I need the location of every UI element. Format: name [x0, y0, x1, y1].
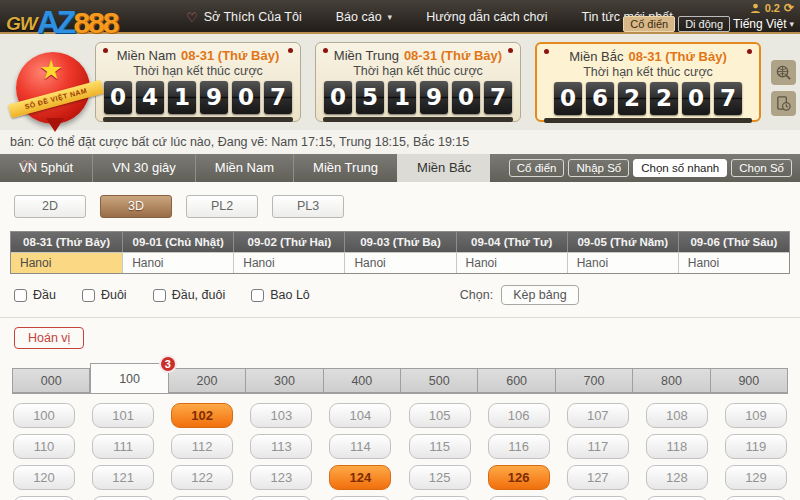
bet-type-button[interactable]: 2D — [14, 195, 86, 218]
number-cell[interactable]: 106 — [488, 403, 550, 428]
date-column-header[interactable]: 09-04 (Thứ Tư) — [456, 232, 567, 252]
history-document-icon[interactable] — [771, 91, 796, 116]
number-cell[interactable]: 111 — [92, 434, 154, 459]
date-column-header[interactable]: 08-31 (Thứ Bảy) — [11, 232, 122, 252]
number-cell[interactable]: 102 — [171, 403, 233, 428]
hundreds-tab[interactable]: 600 — [478, 368, 555, 393]
number-cell[interactable]: 120 — [13, 465, 75, 490]
number-cell[interactable]: 115 — [409, 434, 471, 459]
hundreds-tab[interactable]: 300 — [246, 368, 323, 393]
date-column-header[interactable]: 09-05 (Thứ Năm) — [567, 232, 678, 252]
city-cell[interactable]: Hanoi — [344, 252, 455, 273]
number-cell[interactable]: 134 — [329, 496, 391, 500]
hundreds-tab[interactable]: 400 — [324, 368, 401, 393]
bet-type-button[interactable]: PL3 — [272, 195, 344, 218]
number-cell[interactable]: 113 — [250, 434, 312, 459]
pick-mode-button[interactable]: Nhập Số — [568, 159, 629, 177]
number-cell[interactable]: 121 — [92, 465, 154, 490]
flip-digit: 6 — [586, 82, 614, 115]
logo-888: 888 — [73, 6, 117, 39]
number-cell[interactable]: 135 — [409, 496, 471, 500]
number-cell[interactable]: 109 — [725, 403, 787, 428]
flip-digit: 0 — [232, 81, 260, 114]
region-tab[interactable]: VN 30 giây — [92, 154, 195, 182]
filter-checkbox[interactable]: Đuôi — [82, 288, 127, 302]
number-cell[interactable]: 123 — [250, 465, 312, 490]
number-cell[interactable]: 114 — [329, 434, 391, 459]
pick-mode-button[interactable]: Chọn số nhanh — [633, 159, 727, 177]
filter-checkbox[interactable]: Đầu, đuôi — [153, 288, 226, 302]
filter-checkbox[interactable]: Bao Lô — [251, 288, 310, 302]
hundreds-tab[interactable]: 800 — [633, 368, 710, 393]
number-cell[interactable]: 119 — [725, 434, 787, 459]
hundreds-tab[interactable]: 500 — [401, 368, 478, 393]
region-tab[interactable]: Miền Trung — [293, 154, 397, 182]
number-cell[interactable]: 103 — [250, 403, 312, 428]
site-logo[interactable]: GWAZ888 — [6, 1, 117, 38]
city-cell[interactable]: Hanoi — [122, 252, 233, 273]
number-cell[interactable]: 126 — [488, 465, 550, 490]
number-cell[interactable]: 133 — [250, 496, 312, 500]
number-cell[interactable]: 110 — [13, 434, 75, 459]
logo-az: AZ — [37, 4, 74, 40]
view-button[interactable]: Cổ điển — [623, 16, 675, 32]
pick-mode-button[interactable]: Chọn Số — [731, 159, 792, 177]
number-cell[interactable]: 136 — [488, 496, 550, 500]
menu-item-1[interactable]: ♡Sở Thích Của Tôi — [186, 10, 302, 25]
city-cell[interactable]: Hanoi — [678, 252, 789, 273]
number-cell[interactable]: 129 — [725, 465, 787, 490]
refresh-icon[interactable]: ⟳ — [784, 1, 794, 15]
region-tab[interactable]: Miền Nam — [195, 154, 293, 182]
region-tab[interactable]: VN 5phút — [0, 154, 92, 182]
number-cell[interactable]: 101 — [92, 403, 154, 428]
number-cell[interactable]: 118 — [646, 434, 708, 459]
date-column-header[interactable]: 09-02 (Thứ Hai) — [233, 232, 344, 252]
number-cell[interactable]: 105 — [409, 403, 471, 428]
number-cell[interactable]: 128 — [646, 465, 708, 490]
number-cell[interactable]: 116 — [488, 434, 550, 459]
hundreds-tab[interactable]: 900 — [711, 368, 788, 393]
language-select[interactable]: Tiếng Việt▾ — [733, 17, 794, 31]
filter-checkbox[interactable]: Đầu — [14, 288, 56, 302]
city-cell[interactable]: Hanoi — [11, 252, 122, 273]
number-cell[interactable]: 104 — [329, 403, 391, 428]
number-cell[interactable]: 139 — [725, 496, 787, 500]
number-cell[interactable]: 100 — [13, 403, 75, 428]
number-cell[interactable]: 127 — [567, 465, 629, 490]
view-button[interactable]: Di động — [678, 16, 730, 32]
bet-type-button[interactable]: 3D — [100, 195, 172, 218]
date-column-header[interactable]: 09-03 (Thứ Ba) — [344, 232, 455, 252]
menu-item-2[interactable]: Báo cáo▾ — [336, 10, 392, 24]
number-cell[interactable]: 108 — [646, 403, 708, 428]
bet-type-button[interactable]: PL2 — [186, 195, 258, 218]
hundreds-tab[interactable]: 1003 — [90, 363, 168, 393]
draw-date: 08-31 (Thứ Bảy) — [181, 48, 279, 63]
pick-mode-button[interactable]: Cổ điển — [509, 159, 565, 177]
number-cell[interactable]: 124 — [329, 465, 391, 490]
number-cell[interactable]: 130 — [13, 496, 75, 500]
draw-date: 08-31 (Thứ Bảy) — [628, 49, 726, 64]
date-column-header[interactable]: 09-01 (Chủ Nhật) — [122, 232, 233, 252]
menu-item-3[interactable]: Hướng dẫn cách chơi — [426, 10, 547, 24]
number-cell[interactable]: 112 — [171, 434, 233, 459]
keyboard-input-button[interactable]: Kèp bảng — [501, 285, 579, 305]
number-cell[interactable]: 107 — [567, 403, 629, 428]
number-cell[interactable]: 125 — [409, 465, 471, 490]
city-cell[interactable]: Hanoi — [456, 252, 567, 273]
hundreds-tab[interactable]: 700 — [556, 368, 633, 393]
city-cell[interactable]: Hanoi — [233, 252, 344, 273]
hundreds-tab[interactable]: 000 — [12, 368, 90, 393]
region-tab[interactable]: Miền Bắc — [397, 154, 490, 182]
number-cell[interactable]: 117 — [567, 434, 629, 459]
hundreds-tab[interactable]: 200 — [169, 368, 246, 393]
city-cell[interactable]: Hanoi — [567, 252, 678, 273]
globe-search-icon[interactable] — [771, 60, 796, 85]
permutation-button[interactable]: Hoán vị — [14, 327, 84, 349]
number-cell[interactable]: 132 — [171, 496, 233, 500]
number-cell[interactable]: 131 — [92, 496, 154, 500]
number-cell[interactable]: 138 — [646, 496, 708, 500]
checkbox-icon — [251, 289, 264, 302]
date-column-header[interactable]: 09-06 (Thứ Sáu) — [678, 232, 789, 252]
number-cell[interactable]: 122 — [171, 465, 233, 490]
number-cell[interactable]: 137 — [567, 496, 629, 500]
